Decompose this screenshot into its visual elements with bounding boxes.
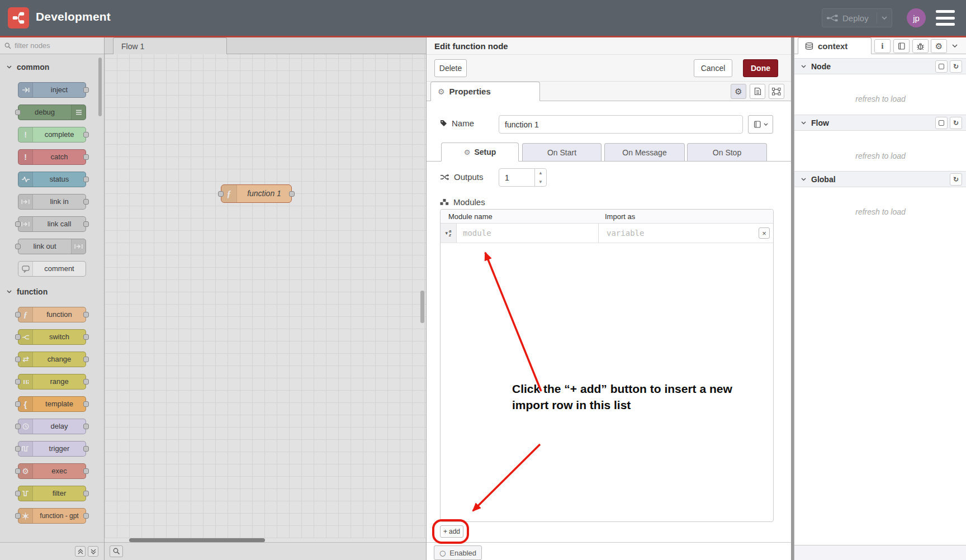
done-button[interactable]: Done (743, 59, 778, 77)
watch-button[interactable] (935, 117, 948, 129)
palette-node-template[interactable]: { template (18, 396, 86, 412)
add-import-row-button[interactable]: + add (440, 525, 463, 538)
palette-node-status[interactable]: status (18, 172, 86, 187)
tab-setup[interactable]: ⚙ Setup (441, 143, 519, 162)
context-section-node[interactable]: Node ↻ (794, 58, 966, 74)
output-port (83, 132, 89, 137)
sidebar-settings-button[interactable]: ⚙ (931, 39, 947, 53)
label-style-button[interactable] (748, 115, 773, 134)
canvas-node-function-1[interactable]: ƒ function 1 (221, 184, 292, 203)
delete-button[interactable]: Delete (434, 59, 467, 77)
sort-alpha-icon: az (449, 229, 451, 237)
tab-on-stop[interactable]: On Stop (687, 143, 767, 162)
spinner-up-icon[interactable]: ▲ (535, 169, 546, 178)
outputs-spinner: ▲ ▼ (534, 169, 546, 186)
palette-node-link-call[interactable]: link call (18, 216, 86, 232)
function-f-icon: ƒ (221, 185, 237, 202)
palette-node-switch[interactable]: switch (18, 329, 86, 345)
chevron-down-icon (801, 65, 806, 68)
input-port (15, 513, 21, 519)
panel-splitter-handle[interactable] (420, 291, 424, 323)
tab-properties[interactable]: ⚙ Properties (430, 82, 540, 101)
document-icon (754, 87, 761, 96)
workspace-tabbar: Flow 1 (105, 37, 427, 54)
pulse-icon (18, 172, 33, 187)
sidebar-more-caret[interactable] (952, 44, 958, 48)
palette-scrollbar[interactable] (98, 58, 102, 116)
refresh-button[interactable]: ↻ (950, 173, 962, 186)
palette-node-link-in[interactable]: link in (18, 194, 86, 210)
watch-button[interactable] (935, 60, 948, 73)
column-module-name: Module name (448, 212, 493, 221)
palette-node-filter[interactable]: filter (18, 486, 86, 501)
docs-button[interactable] (750, 84, 765, 99)
palette-node-delay[interactable]: delay (18, 419, 86, 434)
palette-filter[interactable] (0, 37, 104, 54)
palette-node-range[interactable]: range (18, 374, 86, 390)
cubes-icon (440, 199, 449, 205)
canvas-grid[interactable]: ƒ function 1 (105, 54, 427, 538)
context-sidebar: context i ⚙ Node ↻ refresh to load Flow … (794, 37, 966, 560)
output-port (83, 446, 89, 452)
palette-node-inject[interactable]: inject (18, 82, 86, 98)
palette-node-exec[interactable]: ⚙ exec (18, 463, 86, 479)
modules-label: Modules (440, 197, 485, 207)
gear-icon: ⚙ (438, 87, 445, 96)
user-avatar[interactable]: jp (907, 8, 926, 27)
search-icon (4, 42, 11, 49)
tab-on-message[interactable]: On Message (604, 143, 685, 162)
database-icon (805, 42, 813, 50)
info-button[interactable]: i (874, 39, 891, 53)
outputs-input[interactable] (499, 169, 534, 186)
deploy-button[interactable]: Deploy (822, 8, 892, 27)
palette-node-function[interactable]: ƒ function (18, 307, 86, 322)
cancel-button[interactable]: Cancel (694, 59, 732, 77)
refresh-button[interactable]: ↻ (950, 117, 962, 129)
name-field[interactable] (499, 115, 743, 134)
input-port (15, 401, 21, 407)
name-label: Name (440, 118, 474, 128)
bug-icon (916, 42, 925, 50)
flow-canvas[interactable]: Flow 1 ƒ function 1 (105, 37, 427, 560)
palette-node-comment[interactable]: comment (18, 261, 86, 277)
help-button[interactable] (893, 39, 910, 53)
tab-context[interactable]: context (798, 37, 872, 54)
tab-flow-1[interactable]: Flow 1 (113, 37, 227, 54)
palette-node-catch[interactable]: ! catch (18, 149, 86, 165)
spinner-down-icon[interactable]: ▼ (535, 178, 546, 187)
context-section-flow[interactable]: Flow ↻ (794, 115, 966, 131)
deploy-nodes-icon (827, 15, 838, 22)
main-menu-button[interactable] (936, 10, 955, 26)
palette-node-complete[interactable]: ! complete (18, 127, 86, 143)
context-section-global[interactable]: Global ↻ (794, 171, 966, 187)
deploy-dropdown-caret[interactable] (877, 12, 887, 23)
output-port (83, 468, 89, 474)
expand-all-button[interactable] (88, 546, 98, 557)
palette-filter-input[interactable] (15, 41, 93, 50)
import-as-input[interactable] (601, 224, 745, 243)
palette-section-function[interactable]: function (0, 283, 104, 300)
palette-node-function-gpt[interactable]: function - gpt (18, 508, 86, 524)
canvas-horizontal-scrollbar[interactable] (129, 538, 265, 542)
palette-section-common[interactable]: common (0, 59, 104, 75)
output-port (83, 334, 89, 340)
refresh-button[interactable]: ↻ (950, 60, 962, 73)
tab-on-start[interactable]: On Start (522, 143, 602, 162)
palette-node-debug[interactable]: debug (18, 105, 86, 120)
collapse-all-button[interactable] (75, 546, 86, 557)
output-port[interactable] (289, 191, 295, 197)
palette-node-trigger[interactable]: trigger (18, 441, 86, 457)
row-drag-handle[interactable]: ▾ az (441, 224, 457, 243)
expand-selection-button[interactable] (769, 84, 784, 99)
canvas-search-icon[interactable] (110, 545, 123, 557)
palette-node-link-out[interactable]: link out (18, 239, 86, 254)
remove-row-button[interactable]: × (759, 227, 770, 239)
node-enabled-toggle[interactable]: ○ Enabled (434, 545, 482, 560)
palette-node-change[interactable]: change (18, 352, 86, 367)
input-port[interactable] (218, 191, 224, 197)
outputs-label: Outputs (440, 172, 484, 182)
debug-button[interactable] (912, 39, 929, 53)
settings-gear-button[interactable]: ⚙ (731, 84, 746, 99)
module-name-input[interactable] (457, 224, 599, 243)
shuffle-icon (440, 174, 449, 181)
